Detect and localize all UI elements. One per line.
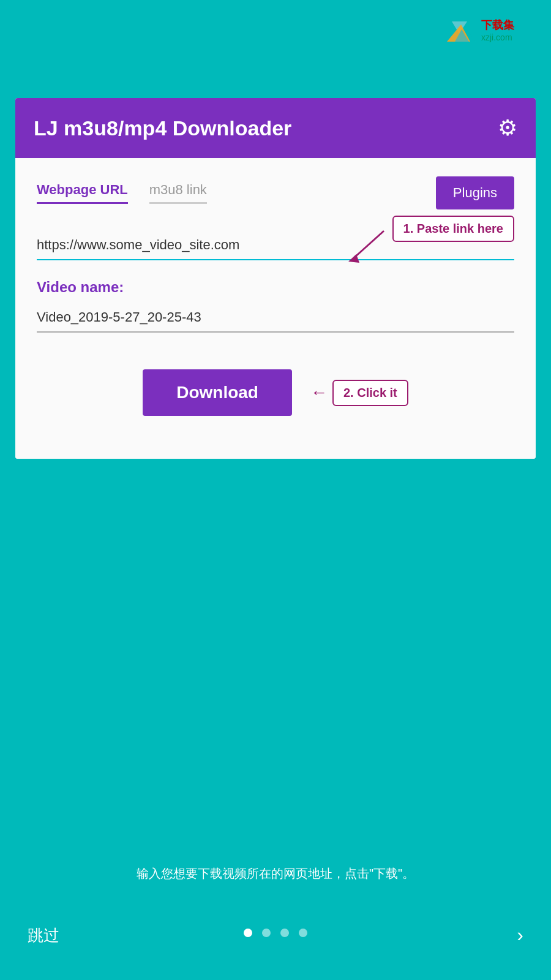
video-name-input[interactable] — [37, 303, 514, 333]
card-body: Webpage URL m3u8 link Plugins 1. Paste l… — [15, 158, 536, 459]
skip-button[interactable]: 跳过 — [28, 925, 59, 946]
next-button[interactable]: › — [517, 924, 523, 946]
dot-1[interactable] — [244, 929, 252, 937]
watermark-chinese: 下载集 — [481, 19, 514, 32]
click-annotation: ← 2. Click it — [310, 380, 408, 406]
download-row: Download ← 2. Click it — [37, 363, 514, 428]
download-button[interactable]: Download — [143, 369, 292, 416]
watermark-text-block: 下载集 xzji.com — [481, 19, 514, 42]
main-card: LJ m3u8/mp4 Downloader ⚙ Webpage URL m3u… — [15, 98, 536, 459]
svg-line-4 — [353, 231, 384, 258]
paste-annotation: 1. Paste link here — [341, 213, 514, 268]
bottom-description: 输入您想要下载视频所在的网页地址，点击"下载"。 — [0, 865, 551, 882]
tab-webpage-url[interactable]: Webpage URL — [37, 182, 128, 204]
dot-4[interactable] — [299, 929, 307, 937]
tabs-row: Webpage URL m3u8 link Plugins — [37, 176, 514, 209]
paste-arrow-icon — [341, 225, 396, 268]
click-annotation-box: 2. Click it — [332, 380, 408, 406]
dot-3[interactable] — [280, 929, 289, 937]
plugins-button[interactable]: Plugins — [436, 176, 514, 209]
tab-m3u8-link[interactable]: m3u8 link — [149, 182, 207, 204]
settings-icon[interactable]: ⚙ — [498, 115, 517, 141]
tabs-container: Webpage URL m3u8 link — [37, 182, 207, 204]
watermark-url: xzji.com — [481, 32, 514, 42]
pagination-dots — [0, 929, 551, 937]
app-title: LJ m3u8/mp4 Downloader — [34, 116, 291, 140]
card-header: LJ m3u8/mp4 Downloader ⚙ — [15, 98, 536, 158]
dot-2[interactable] — [262, 929, 271, 937]
paste-annotation-box: 1. Paste link here — [392, 216, 514, 242]
url-section: 1. Paste link here — [37, 231, 514, 260]
watermark-logo-icon — [446, 18, 476, 43]
video-name-label: Video name: — [37, 279, 514, 296]
watermark: 下载集 xzji.com — [446, 18, 514, 43]
video-name-section: Video name: — [37, 279, 514, 333]
click-arrow-icon: ← — [310, 383, 328, 402]
